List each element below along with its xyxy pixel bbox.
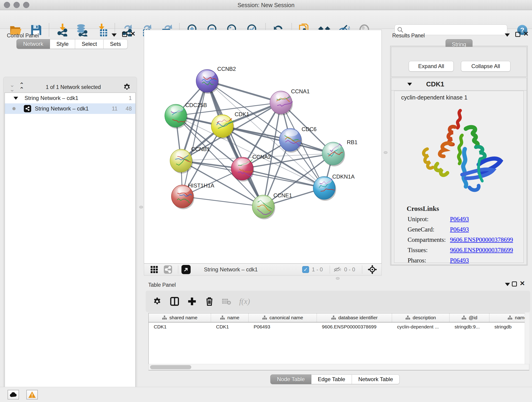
collection-disclosure-icon[interactable] [13, 97, 18, 100]
table-header-row: shared namenamecanonical namedatabase id… [149, 313, 529, 322]
add-column-icon[interactable] [185, 294, 199, 308]
table-gear-icon[interactable] [150, 294, 164, 308]
crosslink-label: Tissues: [408, 247, 450, 254]
collapse-all-button[interactable]: Collapse All [461, 61, 510, 71]
open-in-new-window-icon[interactable] [181, 265, 191, 274]
tab-sets[interactable]: Sets [104, 39, 128, 49]
gene-disclosure-icon[interactable] [407, 83, 412, 86]
expand-all-button[interactable]: Expand All [409, 61, 454, 71]
crosslink-value-link[interactable]: 9606.ENSP00000378699 [450, 247, 513, 254]
tab-select[interactable]: Select [75, 39, 104, 49]
tab-style[interactable]: Style [50, 39, 75, 49]
status-bar: Memory [0, 387, 532, 402]
tab-edge-table[interactable]: Edge Table [311, 375, 352, 384]
scrollbar-thumb[interactable] [150, 365, 191, 369]
warning-button[interactable] [26, 390, 38, 400]
table-horizontal-scrollbar[interactable] [148, 364, 529, 370]
crosslink-value-link[interactable]: P06493 [450, 257, 469, 264]
left-splitter-handle[interactable] [139, 206, 143, 208]
selected-checkbox-icon[interactable]: ✓ [302, 266, 309, 273]
tab-network[interactable]: Network [17, 39, 50, 49]
node-label-CDC6: CDC6 [302, 126, 317, 132]
network-node-count: 11 [112, 105, 118, 112]
network-selection-status: 1 of 1 Network selected [24, 84, 123, 90]
table-cell: CDK1 [149, 324, 211, 330]
column-header-namespace[interactable]: namespace [489, 313, 529, 322]
table-toolbar: f(x) [146, 291, 530, 312]
results-panel-title: Results Panel [392, 32, 425, 39]
network-row-selected[interactable]: String Network – cdk1 11 48 [5, 103, 135, 114]
column-header-database-identifier[interactable]: database identifier [317, 313, 392, 322]
collection-count: 1 [129, 95, 132, 101]
node-table[interactable]: shared namenamecanonical namedatabase id… [148, 313, 529, 370]
panel-close-icon[interactable]: ✕ [130, 32, 135, 36]
gene-details: cyclin-dependent kinase 1 [394, 91, 524, 263]
panel-close-icon[interactable]: ✕ [520, 281, 525, 286]
crosslink-label: Pharos: [408, 257, 450, 264]
network-node-CCNA2[interactable] [231, 157, 254, 182]
network-node-RB1[interactable] [322, 142, 345, 166]
attribute-tree-icon [462, 315, 467, 320]
table-vertical-scrollbar[interactable] [525, 313, 529, 364]
crosslink-value-link[interactable]: P06493 [450, 216, 469, 223]
table-cell: 9606.ENSP00000378699 [317, 324, 392, 330]
tab-network-table[interactable]: Network Table [352, 375, 400, 384]
gene-description: cyclin-dependent kinase 1 [401, 94, 524, 101]
column-header-description[interactable]: description [392, 313, 450, 322]
network-node-CCNE1[interactable] [252, 195, 275, 219]
column-header-canonical-name[interactable]: canonical name [249, 313, 317, 322]
node-label-CDKN1A: CDKN1A [332, 173, 355, 180]
network-collection-row[interactable]: String Network – cdk1 1 [5, 93, 135, 103]
delete-column-icon[interactable] [203, 294, 216, 308]
crosslink-row: Tissues:9606.ENSP00000378699 [408, 247, 524, 254]
function-builder-icon: f(x) [239, 297, 250, 306]
network-node-CDC25B[interactable] [165, 104, 188, 128]
node-label-CCNB2: CCNB2 [217, 66, 236, 72]
crosslink-row: Pharos:P06493 [408, 257, 524, 264]
tab-node-table[interactable]: Node Table [270, 375, 311, 384]
select-columns-icon[interactable] [168, 294, 181, 308]
panel-collapse-icon[interactable] [505, 283, 510, 286]
network-node-CCNA1[interactable] [270, 91, 293, 115]
network-share-view-icon[interactable] [161, 263, 175, 276]
network-edge [207, 81, 263, 206]
panel-float-icon[interactable] [512, 281, 517, 287]
crosslink-value-link[interactable]: 9606.ENSP00000378699 [450, 236, 513, 243]
delete-table-icon [220, 294, 233, 308]
column-header--id[interactable]: @id [450, 313, 489, 322]
panel-float-icon[interactable] [122, 32, 127, 37]
network-node-CDK1[interactable] [211, 115, 234, 139]
column-header-shared-name[interactable]: shared name [149, 313, 211, 322]
cloud-button[interactable] [7, 390, 19, 400]
panel-collapse-icon[interactable] [505, 33, 510, 37]
network-node-CDC6[interactable] [279, 128, 302, 153]
gene-header[interactable]: CDK1 [391, 78, 526, 90]
network-options-gear-icon[interactable] [123, 83, 131, 91]
network-edge-count: 48 [126, 105, 132, 112]
expand-all-networks-icon[interactable]: ⌃⌃ [19, 83, 24, 92]
column-header-name[interactable]: name [211, 313, 249, 322]
collapse-all-networks-icon[interactable]: ⌄⌄ [10, 83, 14, 92]
network-canvas[interactable]: CCNB2CCNA1CDC25BCDK1CDC6RB1CCNB1CCNA2CDK… [144, 30, 382, 264]
grid-view-icon[interactable] [147, 263, 161, 276]
attribute-tree-icon [262, 315, 267, 320]
network-node-CDKN1A[interactable] [313, 177, 336, 201]
crosslinks-list: Uniprot:P06493GeneCard:P06493Compartment… [394, 216, 524, 264]
right-splitter-handle[interactable] [384, 151, 387, 154]
window-title: Session: New Session [0, 2, 532, 8]
network-graph[interactable]: CCNB2CCNA1CDC25BCDK1CDC6RB1CCNB1CCNA2CDK… [144, 30, 381, 263]
birds-eye-view-icon[interactable] [365, 263, 379, 276]
network-list: String Network – cdk1 1 String Network –… [5, 93, 136, 402]
network-edge [182, 196, 263, 206]
crosslink-value-link[interactable]: P06493 [450, 226, 469, 233]
node-label-CCNB1: CCNB1 [191, 146, 210, 152]
bottom-splitter-handle[interactable] [336, 277, 340, 280]
hidden-eye-icon[interactable] [333, 266, 341, 273]
table-row[interactable]: CDK1CDK1P064939606.ENSP00000378699cyclin… [149, 322, 529, 331]
panel-close-icon[interactable]: ✕ [523, 32, 529, 36]
node-label-CCNA1: CCNA1 [291, 88, 310, 95]
node-label-CCNA2: CCNA2 [252, 154, 271, 160]
panel-collapse-icon[interactable] [112, 33, 117, 37]
panel-float-icon[interactable] [515, 32, 520, 37]
node-label-CDC25B: CDC25B [185, 102, 207, 108]
